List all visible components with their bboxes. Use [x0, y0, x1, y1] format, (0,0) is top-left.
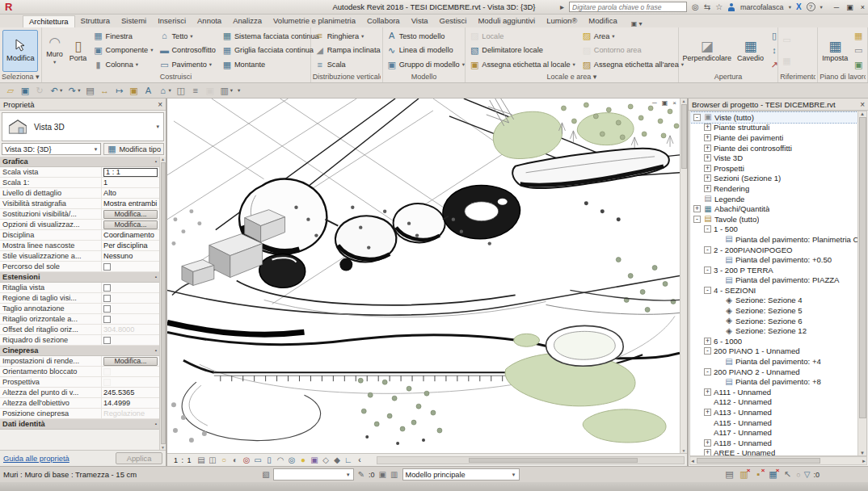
view-close-icon[interactable]: × [672, 99, 676, 107]
ref-plane-button[interactable]: ▭ [781, 35, 792, 45]
select-links-button[interactable]: ▤ [723, 470, 735, 479]
scroll-thumb[interactable] [469, 458, 638, 463]
panel-label-locale-e-area[interactable]: Locale e area ▾ [467, 73, 676, 82]
properties-scrollbar[interactable]: ▲ ▼ [159, 157, 166, 450]
orientamento-bloccato-checkbox[interactable] [103, 368, 111, 376]
tree-item-tavole-tutto[interactable]: -▤Tavole (tutto) [690, 214, 857, 225]
prospettiva-checkbox[interactable] [103, 379, 111, 386]
property-value[interactable]: Coordinamento [103, 231, 154, 239]
browser-close-icon[interactable]: × [860, 100, 865, 109]
tree-item-a118-unnamed[interactable]: +A118 - Unnamed [690, 438, 857, 448]
shadows-button[interactable]: ◐ [231, 456, 240, 464]
tab-gestisci[interactable]: Gestisci [434, 15, 473, 27]
design-option-select[interactable]: Modello principale▼ [402, 468, 520, 481]
property-value[interactable]: Per disciplina [103, 241, 148, 250]
ringhiera-button[interactable]: ≡Ringhiera▾ [313, 30, 383, 42]
reveal-constraints-button[interactable]: ∟ [344, 456, 353, 464]
user-name[interactable]: marcofalasca [740, 3, 784, 11]
scroll-up-icon[interactable]: ▲ [860, 111, 865, 116]
section-dati-identit[interactable]: Dati identità▪ [0, 419, 159, 430]
print-button[interactable]: ▤ [84, 86, 97, 96]
default-3d-view-button[interactable]: ⌂▾ [157, 86, 173, 96]
tab-architettura[interactable]: Architettura [23, 15, 75, 27]
panel-label-distribuzione-verticale[interactable]: Distribuzione verticale [313, 73, 381, 82]
drawing-area[interactable]: ─ ▣ × [167, 99, 687, 466]
reveal-hidden-elements-button[interactable]: ● [299, 456, 308, 464]
select-underlay-elements-button[interactable]: ▥× [738, 470, 749, 479]
save-button[interactable]: ▣ [19, 86, 32, 96]
tab-modifica[interactable]: Modifica [583, 15, 622, 27]
gruppo-di-modello-button[interactable]: ▣Gruppo di modello▾ [385, 59, 467, 71]
collapse-icon[interactable]: - [693, 114, 701, 121]
scale-button[interactable]: 1 : 1 [171, 456, 195, 464]
tag-by-category-button[interactable]: ▣ [128, 86, 141, 96]
tab-analizza[interactable]: Analizza [227, 15, 268, 27]
design-options-icon[interactable]: ▣ [379, 470, 386, 479]
active-design-option-icon[interactable]: ▥ [390, 470, 398, 479]
finestra-button[interactable]: ▦Finestra [91, 30, 156, 42]
testo-modello-button[interactable]: ATesto modello [385, 30, 467, 42]
ref-point-button[interactable]: ▣ [853, 60, 864, 70]
tab-inserisci[interactable]: Inserisci [152, 15, 192, 27]
drag-elements-on-selection-button[interactable]: ↖ [782, 470, 793, 479]
expand-icon[interactable]: + [704, 145, 711, 152]
crop-view-button[interactable]: ▭ [254, 456, 263, 464]
tree-item-abachi-quantit[interactable]: +▦Abachi/Quantità [690, 204, 857, 214]
apply-button[interactable]: Applica [116, 452, 162, 464]
tree-item-3-200-p-terra[interactable]: -3 - 200 P TERRA [690, 265, 857, 275]
select-pinned-elements-button[interactable]: ▪× [752, 470, 764, 479]
tree-item-piante-dei-pavimenti[interactable]: +Piante dei pavimenti [690, 132, 857, 143]
tree-item-4-sezioni[interactable]: -4 - SEZIONI [690, 285, 857, 296]
type-selector[interactable]: Vista 3D ▾ [2, 112, 164, 141]
scala-button[interactable]: ≡Scala [313, 59, 383, 71]
restore-button[interactable]: ▣ [846, 3, 853, 11]
panel-label-seleziona[interactable]: Seleziona ▾ [2, 73, 40, 82]
tree-item-piante-dei-controsoffitti[interactable]: +Piante dei controsoffitti [690, 143, 857, 153]
search-icon[interactable]: ◎ [692, 3, 699, 11]
view-minimize-icon[interactable]: ─ [652, 99, 657, 107]
scroll-thumb[interactable] [859, 117, 866, 418]
show-crop-region-button[interactable]: ▯ [265, 456, 274, 464]
regione-di-taglio-visi-checkbox[interactable] [103, 295, 111, 302]
text-button[interactable]: A [142, 86, 155, 96]
porta-button[interactable]: ▯Porta [67, 28, 90, 73]
ritaglia-vista-checkbox[interactable] [103, 284, 111, 292]
collapse-icon[interactable]: - [704, 266, 711, 274]
collapse-icon[interactable]: - [704, 225, 711, 233]
tree-item-pianta-del-pavimento-0-50[interactable]: ▤Pianta del pavimento: +0.50 [690, 254, 857, 265]
tree-item-1-500[interactable]: -1 - 500 [690, 225, 857, 235]
tree-item-aree-unnamed[interactable]: +AREE - Unnamed [690, 448, 857, 455]
property-value[interactable]: 304.8000 [103, 325, 134, 334]
ref-grid-button[interactable]: ▦ [781, 56, 792, 66]
unlocked-view-button[interactable]: ◠ [276, 456, 285, 464]
assegna-etichetta-al-locale-button[interactable]: ▣Assegna etichetta al locale▾ [467, 59, 578, 71]
scroll-up-icon[interactable]: ▲ [161, 157, 165, 162]
instance-selector[interactable]: Vista 3D: {3D}▼ [2, 143, 101, 155]
tree-item-pianta-del-pavimento-8[interactable]: ▤Pianta del pavimento: +8 [690, 376, 857, 387]
expand-icon[interactable]: + [704, 124, 711, 131]
tree-item-a117-unnamed[interactable]: A117 - Unnamed [690, 427, 857, 438]
search-expand-icon[interactable]: ▸ [560, 3, 564, 11]
tab-volumetrie-e-planimetria[interactable]: Volumetrie e planimetria [268, 15, 361, 27]
impostazioni-di-rende-edit-button[interactable]: Modifica... [103, 357, 158, 366]
section-estensioni[interactable]: Estensioni▪ [0, 272, 159, 283]
tetto-button[interactable]: ⌂Tetto▾ [157, 30, 217, 42]
perpendicolare-button[interactable]: ◪Perpendicolare [680, 28, 735, 73]
collapse-button[interactable]: ‹ [356, 456, 364, 464]
worksets-icon[interactable]: ▧ [262, 470, 269, 479]
section-button[interactable]: ◫ [175, 86, 188, 96]
tab-annota[interactable]: Annota [192, 15, 227, 27]
panel-label-costruisci[interactable]: Costruisci [44, 73, 309, 82]
temporary-hide-isolate-button[interactable]: ◎ [288, 456, 297, 464]
scroll-up-icon[interactable]: ▲ [682, 99, 686, 103]
browser-vertical-scrollbar[interactable]: ▲ ▼ [857, 111, 866, 455]
measure-button[interactable]: ↔ [99, 86, 112, 96]
show-workplane-button[interactable]: ▦ [853, 31, 864, 41]
taglio-annotazione-checkbox[interactable] [103, 305, 111, 313]
property-value[interactable]: 14.4999 [103, 399, 130, 407]
tree-item-pianta-del-pavimento-piazza[interactable]: ▤Pianta del pavimento: PIAZZA [690, 275, 857, 286]
colonna-button[interactable]: ▮Colonna▾ [91, 59, 156, 71]
controsoffitto-button[interactable]: ▬Controsoffitto [157, 44, 217, 57]
scroll-thumb[interactable] [697, 458, 820, 464]
rendering-dialog-button[interactable]: ◎ [242, 456, 251, 464]
